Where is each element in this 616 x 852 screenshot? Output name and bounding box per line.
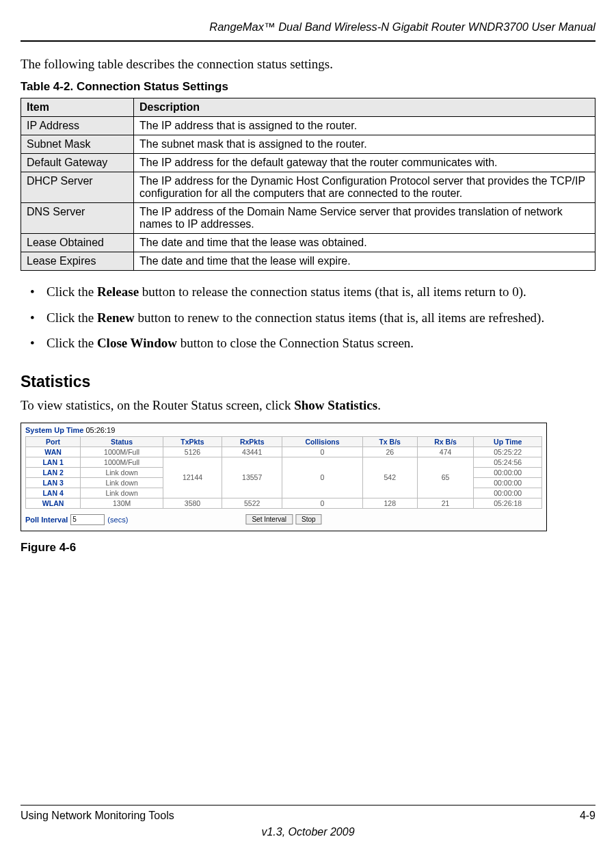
cell-status: Link down	[81, 477, 163, 488]
cell-status: Link down	[81, 467, 163, 477]
table-row: WLAN 130M 3580 5522 0 128 21 05:26:18	[26, 498, 542, 508]
cell-port: LAN 1	[26, 457, 81, 467]
cell-item: Default Gateway	[21, 154, 134, 172]
cell-rxbs: 474	[417, 447, 474, 457]
cell-status: Link down	[81, 488, 163, 498]
table-row: DHCP ServerThe IP address for the Dynami…	[21, 172, 595, 203]
statistics-heading: Statistics	[21, 373, 595, 391]
cell-rx: 13557	[222, 457, 282, 498]
statistics-intro: To view statistics, on the Router Status…	[21, 398, 595, 413]
header-rule	[21, 40, 595, 42]
cell-up: 05:26:18	[474, 498, 542, 508]
footer-right: 4-9	[580, 810, 595, 822]
table-row: Lease ExpiresThe date and time that the …	[21, 252, 595, 271]
poll-label: Poll Interval	[25, 516, 68, 524]
table-row: DNS ServerThe IP address of the Domain N…	[21, 203, 595, 234]
cell-rxbs: 21	[417, 498, 474, 508]
cell-up: 00:00:00	[474, 477, 542, 488]
stats-intro-bold: Show Statistics	[294, 398, 377, 412]
cell-col: 0	[282, 498, 362, 508]
table-row: WAN 1000M/Full 5126 43441 0 26 474 05:25…	[26, 447, 542, 457]
cell-port: LAN 3	[26, 477, 81, 488]
uptime-row: System Up Time 05:26:19	[25, 426, 542, 434]
bullet-pre: Click the	[46, 284, 97, 299]
cell-rx: 43441	[222, 447, 282, 457]
cell-desc: The IP address for the Dynamic Host Conf…	[134, 172, 595, 203]
bullet-pre: Click the	[46, 310, 97, 325]
poll-row: Poll Interval (secs) Set Interval Stop	[25, 513, 542, 527]
cell-tx: 3580	[163, 498, 222, 508]
cell-desc: The IP address that is assigned to the r…	[134, 117, 595, 135]
footer-version: v1.3, October 2009	[21, 826, 595, 838]
th-description: Description	[134, 98, 595, 117]
poll-unit: (secs)	[107, 516, 128, 524]
cell-item: DNS Server	[21, 203, 134, 234]
list-item: Click the Release button to release the …	[21, 283, 595, 301]
list-item: Click the Close Window button to close t…	[21, 334, 595, 352]
cell-port: WLAN	[26, 498, 81, 508]
th-status: Status	[81, 436, 163, 447]
cell-txbs: 128	[362, 498, 417, 508]
bullet-bold: Renew	[97, 310, 135, 325]
uptime-label: System Up Time	[25, 426, 83, 434]
table-row: IP AddressThe IP address that is assigne…	[21, 117, 595, 135]
cell-item: Lease Expires	[21, 252, 134, 271]
th-rxpkts: RxPkts	[222, 436, 282, 447]
cell-desc: The date and time that the lease was obt…	[134, 234, 595, 252]
cell-rxbs: 65	[417, 457, 474, 498]
cell-tx: 5126	[163, 447, 222, 457]
cell-item: IP Address	[21, 117, 134, 135]
bullet-post: button to close the Connection Status sc…	[177, 336, 414, 350]
th-uptime: Up Time	[474, 436, 542, 447]
th-txbs: Tx B/s	[362, 436, 417, 447]
list-item: Click the Renew button to renew to the c…	[21, 309, 595, 327]
figure-caption: Figure 4-6	[21, 541, 595, 555]
table-row: LAN 1 1000M/Full 12144 13557 0 542 65 05…	[26, 457, 542, 467]
table-row: Subnet MaskThe subnet mask that is assig…	[21, 135, 595, 154]
cell-port: LAN 4	[26, 488, 81, 498]
cell-desc: The IP address of the Domain Name Servic…	[134, 203, 595, 234]
cell-col: 0	[282, 447, 362, 457]
stats-intro-pre: To view statistics, on the Router Status…	[21, 398, 294, 412]
cell-status: 1000M/Full	[81, 447, 163, 457]
cell-item: Subnet Mask	[21, 135, 134, 154]
cell-txbs: 542	[362, 457, 417, 498]
bullet-bold: Close Window	[97, 336, 177, 350]
th-txpkts: TxPkts	[163, 436, 222, 447]
table-caption: Table 4-2. Connection Status Settings	[21, 80, 595, 94]
stop-button[interactable]: Stop	[295, 514, 322, 524]
cell-tx: 12144	[163, 457, 222, 498]
settings-table: Item Description IP AddressThe IP addres…	[21, 98, 595, 271]
poll-interval-input[interactable]	[70, 514, 105, 525]
footer-rule	[21, 805, 595, 806]
bullet-list: Click the Release button to release the …	[21, 283, 595, 360]
th-rxbs: Rx B/s	[417, 436, 474, 447]
stats-intro-post: .	[377, 398, 381, 412]
uptime-value: 05:26:19	[85, 426, 115, 434]
table-row: Lease ObtainedThe date and time that the…	[21, 234, 595, 252]
cell-rx: 5522	[222, 498, 282, 508]
page-header-title: RangeMax™ Dual Band Wireless-N Gigabit R…	[21, 21, 595, 34]
cell-desc: The date and time that the lease will ex…	[134, 252, 595, 271]
th-collisions: Collisions	[282, 436, 362, 447]
page-footer: Using Network Monitoring Tools 4-9 v1.3,…	[21, 661, 595, 838]
th-port: Port	[26, 436, 81, 447]
cell-desc: The subnet mask that is assigned to the …	[134, 135, 595, 154]
cell-port: WAN	[26, 447, 81, 457]
bullet-pre: Click the	[46, 336, 97, 350]
cell-up: 00:00:00	[474, 488, 542, 498]
cell-status: 130M	[81, 498, 163, 508]
bullet-bold: Release	[97, 284, 139, 299]
statistics-panel: System Up Time 05:26:19 Port Status TxPk…	[21, 423, 547, 531]
bullet-post: button to release the connection status …	[139, 284, 526, 299]
statistics-table: Port Status TxPkts RxPkts Collisions Tx …	[25, 436, 542, 509]
cell-up: 05:25:22	[474, 447, 542, 457]
cell-item: DHCP Server	[21, 172, 134, 203]
cell-up: 05:24:56	[474, 457, 542, 467]
table-row: Default GatewayThe IP address for the de…	[21, 154, 595, 172]
footer-left: Using Network Monitoring Tools	[21, 810, 174, 822]
cell-status: 1000M/Full	[81, 457, 163, 467]
set-interval-button[interactable]: Set Interval	[245, 514, 293, 524]
intro-text: The following table describes the connec…	[21, 57, 595, 72]
cell-col: 0	[282, 457, 362, 498]
